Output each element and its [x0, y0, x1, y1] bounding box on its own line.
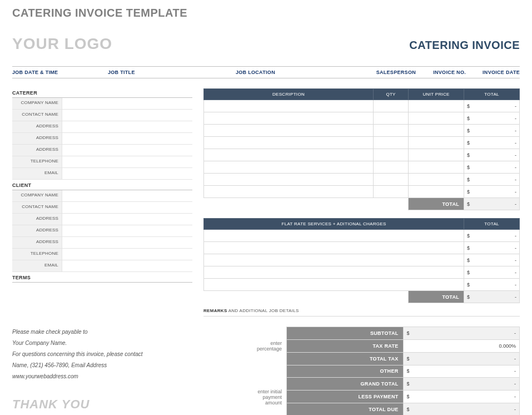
field-row: ADDRESS	[12, 225, 192, 237]
field-row: ADDRESS	[12, 214, 192, 225]
field-value[interactable]	[62, 156, 192, 167]
web-address: www.yourwebaddress.com	[12, 371, 257, 382]
company-name-line: Your Company Name.	[12, 338, 257, 349]
summary-row: OTHER$-	[287, 365, 520, 378]
field-row: ADDRESS	[12, 237, 192, 249]
items-header-qty: QTY	[374, 89, 409, 100]
jobmeta-title: JOB TITLE	[108, 67, 236, 78]
header-row: YOUR LOGO CATERING INVOICE	[12, 35, 520, 53]
table-row: $-	[204, 266, 520, 279]
table-row: $-	[204, 125, 520, 137]
field-row: TELEPHONE	[12, 156, 192, 168]
jobmeta-salesperson: SALESPERSON	[365, 67, 421, 78]
questions-line: For questions concerning this invoice, p…	[12, 349, 257, 360]
field-value[interactable]	[62, 133, 192, 144]
field-value[interactable]	[62, 110, 192, 121]
cell-qty[interactable]	[374, 149, 409, 161]
cell-description[interactable]	[204, 186, 374, 198]
cell-service[interactable]	[204, 242, 464, 254]
cell-unit-price[interactable]	[409, 174, 464, 186]
caterer-section: CATERER	[12, 88, 192, 98]
cell-unit-price[interactable]	[409, 112, 464, 125]
table-row: $-	[204, 230, 520, 242]
field-label: COMPANY NAME	[12, 98, 62, 109]
field-value[interactable]	[62, 190, 192, 201]
caterer-fields: COMPANY NAMECONTACT NAMEADDRESSADDRESSAD…	[12, 98, 192, 180]
summary-hint	[270, 403, 274, 415]
cell-unit-price[interactable]	[409, 137, 464, 149]
summary-hint: enter percentage	[257, 339, 286, 352]
field-label: ADDRESS	[12, 121, 62, 132]
cell-description[interactable]	[204, 149, 374, 161]
field-label: ADDRESS	[12, 133, 62, 144]
page-title: CATERING INVOICE TEMPLATE	[12, 7, 520, 19]
cell-service[interactable]	[204, 254, 464, 266]
cell-qty[interactable]	[374, 137, 409, 149]
cell-unit-price[interactable]	[409, 100, 464, 112]
summary-table: SUBTOTAL$-TAX RATE0.000%TOTAL TAX$-OTHER…	[286, 327, 520, 415]
field-row: CONTACT NAME	[12, 110, 192, 121]
remarks-heading: REMARKS AND ADDITIONAL JOB DETAILS	[203, 305, 520, 317]
summary-hint	[270, 352, 274, 365]
cell-total: $-	[464, 279, 520, 291]
cell-unit-price[interactable]	[409, 149, 464, 161]
cell-unit-price[interactable]	[409, 161, 464, 174]
cell-service[interactable]	[204, 266, 464, 279]
cell-qty[interactable]	[374, 112, 409, 125]
cell-qty[interactable]	[374, 125, 409, 137]
cell-description[interactable]	[204, 112, 374, 125]
cell-qty[interactable]	[374, 161, 409, 174]
table-row: $-	[204, 161, 520, 174]
cell-description[interactable]	[204, 100, 374, 112]
cell-service[interactable]	[204, 279, 464, 291]
field-value[interactable]	[62, 202, 192, 213]
jobmeta-invoice-no: INVOICE NO.	[421, 67, 471, 78]
cell-total: $-	[464, 230, 520, 242]
summary-value[interactable]: $-	[403, 391, 519, 403]
summary-value[interactable]: $-	[403, 365, 519, 378]
summary-value[interactable]: 0.000%	[403, 339, 519, 352]
field-value[interactable]	[62, 121, 192, 132]
table-row: $-	[204, 242, 520, 254]
field-label: ADDRESS	[12, 214, 62, 225]
cell-unit-price[interactable]	[409, 125, 464, 137]
cell-qty[interactable]	[374, 174, 409, 186]
cell-qty[interactable]	[374, 100, 409, 112]
flat-total-label: TOTAL	[409, 291, 464, 303]
table-row: $-	[204, 174, 520, 186]
field-value[interactable]	[62, 225, 192, 236]
field-value[interactable]	[62, 214, 192, 225]
field-value[interactable]	[62, 260, 192, 271]
cell-qty[interactable]	[374, 186, 409, 198]
field-value[interactable]	[62, 168, 192, 179]
table-row: $-	[204, 149, 520, 161]
table-row: $-	[204, 254, 520, 266]
field-row: ADDRESS	[12, 145, 192, 156]
summary-hint	[270, 365, 274, 378]
field-value[interactable]	[62, 237, 192, 248]
cell-description[interactable]	[204, 174, 374, 186]
cell-description[interactable]	[204, 161, 374, 174]
summary-row: GRAND TOTAL$-	[287, 378, 520, 391]
cell-description[interactable]	[204, 125, 374, 137]
summary-row: TOTAL TAX$-	[287, 352, 520, 365]
cell-total: $-	[464, 266, 520, 279]
field-label: ADDRESS	[12, 225, 62, 236]
table-row: $-	[204, 100, 520, 112]
cell-description[interactable]	[204, 137, 374, 149]
client-section: CLIENT	[12, 181, 192, 190]
field-value[interactable]	[62, 98, 192, 109]
summary-value: $-	[403, 378, 519, 391]
field-value[interactable]	[62, 145, 192, 156]
items-total-currency: $	[467, 201, 470, 207]
cell-total: $-	[464, 125, 520, 137]
field-value[interactable]	[62, 249, 192, 260]
table-row: $-	[204, 112, 520, 125]
cell-unit-price[interactable]	[409, 186, 464, 198]
table-row: $-	[204, 137, 520, 149]
document-title: CATERING INVOICE	[409, 39, 520, 52]
footer-left: Please make check payable to Your Compan…	[12, 327, 257, 415]
cell-service[interactable]	[204, 230, 464, 242]
items-table: DESCRIPTION QTY UNIT PRICE TOTAL $-$-$-$…	[203, 88, 520, 210]
flat-header-total: TOTAL	[464, 219, 520, 230]
